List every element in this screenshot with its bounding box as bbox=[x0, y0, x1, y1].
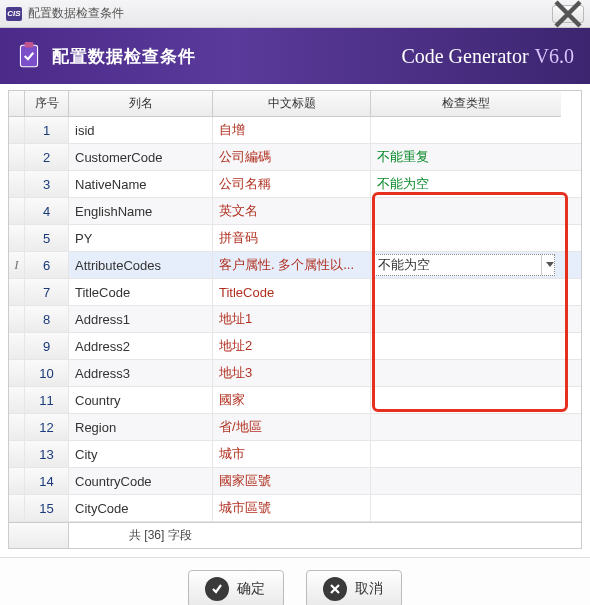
cell-title[interactable]: 英文名 bbox=[213, 198, 371, 224]
cell-type[interactable] bbox=[371, 468, 561, 494]
table-row[interactable]: 10Address3地址3 bbox=[9, 360, 581, 387]
table-row[interactable]: 7TitleCodeTitleCode bbox=[9, 279, 581, 306]
cell-title[interactable]: 公司編碼 bbox=[213, 144, 371, 170]
cell-title[interactable]: 地址1 bbox=[213, 306, 371, 332]
cell-name[interactable]: AttributeCodes bbox=[69, 252, 213, 278]
cell-seq: 6 bbox=[25, 252, 69, 278]
chevron-down-icon[interactable] bbox=[541, 255, 557, 275]
cell-type[interactable] bbox=[371, 441, 561, 467]
cell-type[interactable] bbox=[371, 495, 561, 521]
row-indicator bbox=[9, 279, 25, 305]
type-combobox[interactable]: 不能为空 bbox=[373, 254, 555, 276]
close-icon bbox=[553, 0, 583, 29]
table-row[interactable]: 5PY拼音码 bbox=[9, 225, 581, 252]
cell-type[interactable] bbox=[371, 279, 561, 305]
header-seq[interactable]: 序号 bbox=[25, 91, 69, 117]
cell-type[interactable] bbox=[371, 306, 561, 332]
cell-name[interactable]: Address2 bbox=[69, 333, 213, 359]
table-row[interactable]: 2CustomerCode公司編碼不能重复 bbox=[9, 144, 581, 171]
brand-version: V6.0 bbox=[535, 45, 574, 68]
row-indicator bbox=[9, 333, 25, 359]
cell-title[interactable]: 城市區號 bbox=[213, 495, 371, 521]
cell-type[interactable] bbox=[371, 117, 561, 143]
button-bar: 确定 取消 bbox=[0, 557, 590, 605]
table-row[interactable]: 13City城市 bbox=[9, 441, 581, 468]
cell-title[interactable]: 拼音码 bbox=[213, 225, 371, 251]
cell-name[interactable]: Address3 bbox=[69, 360, 213, 386]
cell-title[interactable]: 公司名稱 bbox=[213, 171, 371, 197]
cell-seq: 5 bbox=[25, 225, 69, 251]
svg-rect-1 bbox=[25, 42, 34, 47]
cell-title[interactable]: 自增 bbox=[213, 117, 371, 143]
cancel-button[interactable]: 取消 bbox=[306, 570, 402, 606]
svg-rect-0 bbox=[20, 45, 37, 66]
cell-seq: 14 bbox=[25, 468, 69, 494]
table-row[interactable]: 11Country國家 bbox=[9, 387, 581, 414]
cell-name[interactable]: City bbox=[69, 441, 213, 467]
cell-name[interactable]: CustomerCode bbox=[69, 144, 213, 170]
cell-type[interactable] bbox=[371, 387, 561, 413]
cell-type[interactable] bbox=[371, 198, 561, 224]
cell-seq: 8 bbox=[25, 306, 69, 332]
cell-title[interactable]: 國家 bbox=[213, 387, 371, 413]
cell-title[interactable]: TitleCode bbox=[213, 279, 371, 305]
table-row[interactable]: I6AttributeCodes客户属性. 多个属性以...不能为空 bbox=[9, 252, 581, 279]
cell-name[interactable]: Address1 bbox=[69, 306, 213, 332]
table-row[interactable]: 3NativeName公司名稱不能为空 bbox=[9, 171, 581, 198]
cell-name[interactable]: PY bbox=[69, 225, 213, 251]
cell-seq: 2 bbox=[25, 144, 69, 170]
row-indicator bbox=[9, 414, 25, 440]
table-row[interactable]: 12Region省/地區 bbox=[9, 414, 581, 441]
table-row[interactable]: 14CountryCode國家區號 bbox=[9, 468, 581, 495]
cell-name[interactable]: TitleCode bbox=[69, 279, 213, 305]
brand-name: Code Generator bbox=[401, 45, 528, 68]
banner: 配置数据检查条件 Code Generator V6.0 bbox=[0, 28, 590, 84]
row-indicator bbox=[9, 468, 25, 494]
row-indicator bbox=[9, 360, 25, 386]
banner-title: 配置数据检查条件 bbox=[52, 45, 401, 68]
header-name[interactable]: 列名 bbox=[69, 91, 213, 117]
row-indicator bbox=[9, 387, 25, 413]
cell-type[interactable] bbox=[371, 225, 561, 251]
grid-body: 1isid自增2CustomerCode公司編碼不能重复3NativeName公… bbox=[9, 117, 581, 522]
cell-type[interactable] bbox=[371, 360, 561, 386]
cell-type[interactable]: 不能为空 bbox=[371, 252, 561, 278]
cell-name[interactable]: Country bbox=[69, 387, 213, 413]
cell-type[interactable] bbox=[371, 333, 561, 359]
title-bar: CIS 配置数据检查条件 bbox=[0, 0, 590, 28]
data-grid[interactable]: 序号 列名 中文标题 检查类型 1isid自增2CustomerCode公司編碼… bbox=[8, 90, 582, 523]
header-type[interactable]: 检查类型 bbox=[371, 91, 561, 117]
cell-name[interactable]: CityCode bbox=[69, 495, 213, 521]
cell-title[interactable]: 地址3 bbox=[213, 360, 371, 386]
cell-name[interactable]: CountryCode bbox=[69, 468, 213, 494]
cell-title[interactable]: 城市 bbox=[213, 441, 371, 467]
cell-type[interactable] bbox=[371, 414, 561, 440]
cell-name[interactable]: Region bbox=[69, 414, 213, 440]
table-row[interactable]: 4EnglishName英文名 bbox=[9, 198, 581, 225]
cell-title[interactable]: 省/地區 bbox=[213, 414, 371, 440]
table-row[interactable]: 9Address2地址2 bbox=[9, 333, 581, 360]
close-button[interactable] bbox=[552, 5, 584, 23]
cell-type[interactable]: 不能为空 bbox=[371, 171, 561, 197]
ok-label: 确定 bbox=[237, 580, 265, 598]
table-row[interactable]: 1isid自增 bbox=[9, 117, 581, 144]
header-indicator bbox=[9, 91, 25, 117]
ok-button[interactable]: 确定 bbox=[188, 570, 284, 606]
cell-name[interactable]: NativeName bbox=[69, 171, 213, 197]
footer-count: 共 [36] 字段 bbox=[69, 523, 581, 548]
cell-type[interactable]: 不能重复 bbox=[371, 144, 561, 170]
table-row[interactable]: 15CityCode城市區號 bbox=[9, 495, 581, 522]
table-row[interactable]: 8Address1地址1 bbox=[9, 306, 581, 333]
row-indicator bbox=[9, 144, 25, 170]
cell-name[interactable]: EnglishName bbox=[69, 198, 213, 224]
cell-title[interactable]: 客户属性. 多个属性以... bbox=[213, 252, 371, 278]
grid-footer: 共 [36] 字段 bbox=[8, 523, 582, 549]
cell-title[interactable]: 地址2 bbox=[213, 333, 371, 359]
cell-seq: 15 bbox=[25, 495, 69, 521]
cell-title[interactable]: 國家區號 bbox=[213, 468, 371, 494]
cell-name[interactable]: isid bbox=[69, 117, 213, 143]
header-title[interactable]: 中文标题 bbox=[213, 91, 371, 117]
row-indicator bbox=[9, 198, 25, 224]
cell-seq: 4 bbox=[25, 198, 69, 224]
row-indicator bbox=[9, 441, 25, 467]
